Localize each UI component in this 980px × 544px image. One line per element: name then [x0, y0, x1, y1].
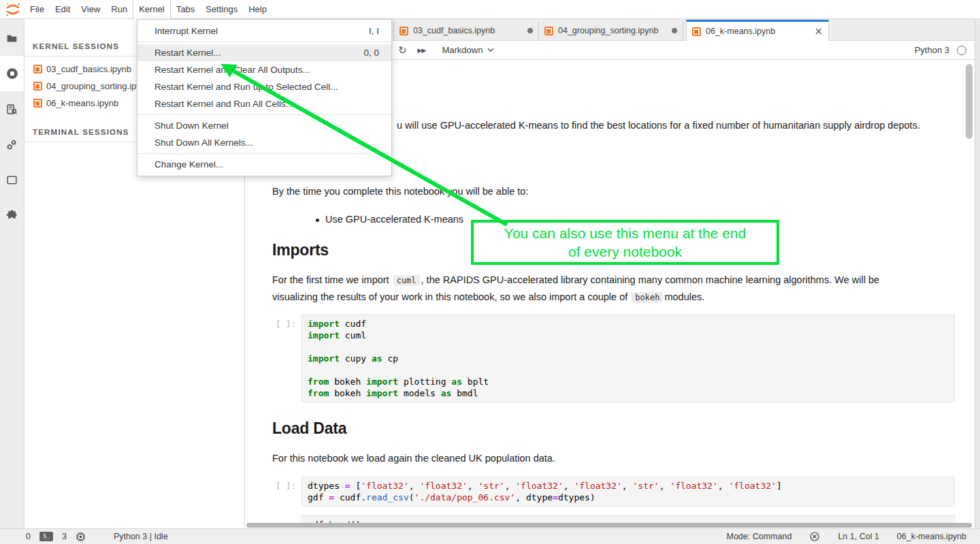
annotation-callout-box: You can also use this menu at the end of…	[471, 220, 779, 265]
terminal-count[interactable]: 0	[26, 532, 31, 541]
code-editor[interactable]: dtypes = ['float32', 'float32', 'str', '…	[301, 477, 955, 507]
window-right-gutter	[975, 19, 980, 544]
menu-help[interactable]: Help	[243, 0, 272, 19]
tab-06-k-means[interactable]: 06_k-means.ipynb ×	[686, 20, 829, 41]
imports-paragraph-line1: For the first time we import cuml, the R…	[272, 274, 953, 285]
command-mode-indicator[interactable]: Mode: Command	[727, 532, 792, 541]
horizontal-scrollbar[interactable]	[245, 523, 975, 528]
kernel-chip-icon[interactable]	[76, 532, 86, 542]
status-bar: 0 $_ 3 Python 3 | Idle Mode: Command Ln …	[0, 528, 980, 544]
horizontal-scrollbar-thumb[interactable]	[246, 523, 972, 528]
active-filename-label[interactable]: 06_k-means.ipynb	[897, 532, 966, 541]
menu-edit[interactable]: Edit	[50, 0, 76, 19]
menu-kernel[interactable]: Kernel	[133, 0, 171, 20]
menu-separator	[137, 114, 391, 115]
property-inspector-icon[interactable]	[0, 91, 24, 127]
status-right-group: Mode: Command Ln 1, Col 1 06_k-means.ipy…	[709, 531, 967, 542]
menu-run[interactable]: Run	[105, 0, 133, 19]
notebook-icon	[33, 65, 42, 74]
code-cell-partial[interactable]: gdf.head()	[245, 515, 955, 523]
load-data-heading: Load Data	[272, 419, 346, 438]
cell-prompt: [ ]:	[245, 319, 296, 329]
menu-item-restart-run-all[interactable]: Restart Kernel and Run All Cells...	[137, 95, 391, 112]
restart-kernel-icon[interactable]: ↻	[398, 45, 407, 55]
left-activity-bar	[0, 19, 24, 528]
shortcut-hint: 0, 0	[363, 48, 379, 58]
menu-item-restart-kernel[interactable]: Restart Kernel... 0, 0	[137, 44, 391, 61]
menu-item-interrupt-kernel[interactable]: Interrupt Kernel I, I	[137, 22, 391, 39]
menu-item-shut-down-kernel[interactable]: Shut Down Kernel	[137, 117, 391, 134]
intro-paragraph-fragment: u will use GPU-accelerated K-means to fi…	[397, 120, 968, 131]
menu-view[interactable]: View	[76, 0, 105, 19]
restart-run-all-icon[interactable]: ▶▶	[418, 47, 426, 54]
extensions-puzzle-icon[interactable]	[0, 197, 24, 233]
kernel-name-label[interactable]: Python 3	[915, 45, 949, 55]
cell-prompt: [ ]:	[245, 481, 296, 491]
code-editor[interactable]: gdf.head()	[301, 515, 955, 523]
file-browser-icon[interactable]	[0, 20, 24, 56]
menu-item-change-kernel[interactable]: Change Kernel...	[137, 156, 391, 173]
bullet-dot	[316, 219, 319, 222]
vertical-scrollbar[interactable]	[966, 61, 973, 522]
notebook-icon	[33, 82, 42, 91]
tab-03-cudf-basics[interactable]: 03_cudf_basics.ipynb	[393, 21, 539, 40]
menu-separator	[137, 42, 391, 42]
chevron-down-icon	[487, 48, 494, 52]
close-tab-icon[interactable]: ×	[814, 25, 823, 37]
annotation-text-line2: of every notebook	[568, 242, 682, 261]
vertical-scrollbar-thumb[interactable]	[966, 64, 973, 139]
kernel-status-label[interactable]: Python 3 | Idle	[114, 532, 168, 541]
unsaved-dot-icon[interactable]	[527, 28, 533, 33]
settings-gears-icon[interactable]	[0, 127, 24, 162]
imports-heading: Imports	[272, 241, 329, 259]
status-left-group: 0 $_ 3 Python 3 | Idle	[26, 532, 177, 542]
menu-item-shut-down-all-kernels[interactable]: Shut Down All Kernels...	[137, 134, 391, 151]
unsaved-dot-icon[interactable]	[672, 28, 677, 33]
menu-settings[interactable]: Settings	[200, 0, 243, 19]
notebook-icon	[33, 99, 42, 108]
jupyterlab-window: File Edit View Run Kernel Tabs Settings …	[0, 0, 980, 544]
code-cell-imports[interactable]: [ ]: import cudfimport cuml import cupy …	[245, 315, 955, 402]
menu-item-restart-clear-outputs[interactable]: Restart Kernel and Clear All Outputs...	[137, 61, 391, 78]
jupyter-logo-icon	[4, 1, 22, 18]
kernel-idle-indicator-icon[interactable]	[957, 46, 966, 55]
tab-04-grouping-sorting[interactable]: 04_grouping_sorting.ipynb	[539, 21, 683, 40]
annotation-text-line1: You can also use this menu at the end	[504, 224, 746, 242]
menu-item-restart-run-to-selected[interactable]: Restart Kernel and Run up to Selected Ce…	[137, 78, 391, 95]
load-data-paragraph: For this notebook we load again the clea…	[272, 453, 555, 464]
code-cell-load-data[interactable]: [ ]: dtypes = ['float32', 'float32', 'st…	[245, 477, 955, 507]
menu-file[interactable]: File	[24, 0, 50, 19]
shortcut-hint: I, I	[369, 26, 379, 36]
open-tabs-icon[interactable]	[0, 162, 24, 197]
menu-tabs[interactable]: Tabs	[171, 0, 200, 19]
notebook-icon	[544, 27, 553, 35]
objective-bullet: Use GPU-accelerated K-means	[316, 214, 463, 225]
menu-bar: File Edit View Run Kernel Tabs Settings …	[0, 0, 980, 19]
kernel-count[interactable]: 3	[62, 532, 67, 541]
code-editor[interactable]: import cudfimport cuml import cupy as cp…	[301, 315, 955, 402]
cell-type-dropdown[interactable]: Markdown	[442, 45, 494, 55]
terminal-icon[interactable]: $_	[39, 532, 53, 541]
notebook-icon	[692, 27, 701, 36]
kernel-dropdown-menu: Interrupt Kernel I, I Restart Kernel... …	[137, 19, 392, 176]
objectives-lead: By the time you complete this notebook y…	[272, 186, 528, 197]
cursor-position-label[interactable]: Ln 1, Col 1	[838, 532, 879, 541]
running-sessions-icon[interactable]	[0, 56, 24, 91]
imports-paragraph-line2: visualizing the results of your work in …	[272, 291, 953, 302]
notebook-icon	[399, 27, 408, 35]
menu-separator	[137, 153, 391, 154]
trust-shield-icon[interactable]	[809, 531, 820, 542]
